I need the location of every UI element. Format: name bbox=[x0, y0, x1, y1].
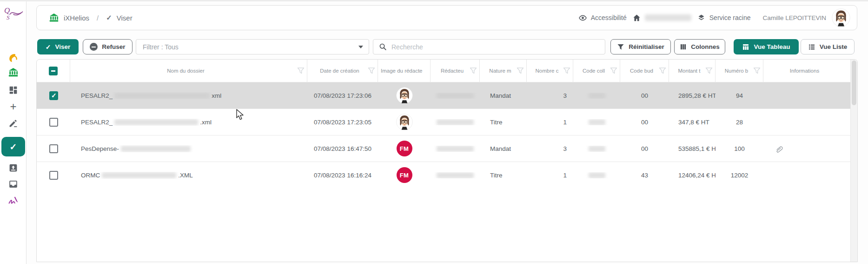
bank-icon bbox=[49, 13, 59, 23]
app-window: Q S + ✓ iXHelios / bbox=[0, 0, 868, 264]
list-view-button[interactable]: Vue Liste bbox=[801, 39, 855, 54]
documents-table: Nom du dossier Date de création Image du… bbox=[36, 59, 858, 262]
col-nom-du-dossier[interactable]: Nom du dossier bbox=[70, 60, 307, 82]
redacted-code-coll bbox=[589, 172, 605, 178]
nature: Titre bbox=[480, 119, 527, 126]
redacted-redacteur bbox=[437, 93, 474, 99]
col-informations[interactable]: Informations bbox=[763, 60, 851, 82]
col-code-coll[interactable]: Code coll bbox=[573, 60, 620, 82]
redacted-collectivity bbox=[645, 14, 691, 21]
code-bud: 00 bbox=[620, 119, 669, 126]
breadcrumb: iXHelios / ✓ Viser bbox=[49, 13, 133, 23]
table-row[interactable]: PesDepense- 07/08/2023 16:47:50 FM Manda… bbox=[37, 135, 851, 162]
filter-funnel-icon[interactable] bbox=[368, 68, 375, 74]
nature: Titre bbox=[480, 172, 527, 179]
montant: 347,8 € HT bbox=[669, 119, 716, 126]
informations bbox=[763, 144, 851, 153]
col-nature[interactable]: Nature m bbox=[480, 60, 527, 82]
accessibility-link[interactable]: Accessibilité bbox=[578, 14, 627, 22]
marianne-icon[interactable] bbox=[0, 51, 27, 65]
check-icon: ✓ bbox=[106, 14, 112, 22]
filter-dropdown[interactable]: Filtrer : Tous bbox=[136, 39, 369, 54]
paperclip-icon[interactable] bbox=[775, 144, 785, 153]
viser-button[interactable]: ✓ Viser bbox=[37, 39, 79, 54]
redacted-text bbox=[102, 172, 176, 178]
dashboard-icon[interactable] bbox=[0, 83, 27, 97]
select-all-checkbox[interactable] bbox=[49, 67, 58, 75]
refuser-button[interactable]: Refuser bbox=[83, 39, 133, 54]
col-numero[interactable]: Numéro b bbox=[716, 60, 763, 82]
col-image-redacteur[interactable]: Image du rédacte bbox=[378, 60, 431, 82]
redacted-redacteur bbox=[437, 119, 474, 125]
minus-circle-icon bbox=[90, 43, 98, 51]
creation-date: 07/08/2023 17:23:05 bbox=[307, 119, 378, 126]
nombre: 3 bbox=[527, 92, 573, 99]
table-row[interactable]: ORMC.XML 07/08/2023 16:16:24 FM Titre 1 … bbox=[37, 162, 851, 188]
add-icon[interactable]: + bbox=[0, 100, 27, 114]
table-row[interactable]: PESALR2_xml 07/08/2023 17:23:06 Mandat 3… bbox=[37, 82, 851, 108]
qs-logo: Q S bbox=[2, 4, 24, 25]
filter-funnel-icon[interactable] bbox=[705, 68, 713, 74]
breadcrumb-current[interactable]: Viser bbox=[117, 14, 133, 22]
table-scrollbar[interactable] bbox=[850, 60, 857, 262]
user-avatar[interactable] bbox=[832, 8, 850, 27]
breadcrumb-app[interactable]: iXHelios bbox=[64, 14, 89, 22]
table-view-button[interactable]: Vue Tableau bbox=[734, 39, 799, 54]
home-link[interactable] bbox=[632, 14, 691, 22]
table-row[interactable]: PESALR2_.xml 07/08/2023 17:23:05 Titre 1… bbox=[37, 108, 851, 135]
search-icon bbox=[379, 43, 387, 51]
filter-value: Filtrer : Tous bbox=[143, 43, 179, 51]
table-header-row: Nom du dossier Date de création Image du… bbox=[37, 60, 851, 82]
redacteur-avatar: FM bbox=[397, 167, 412, 183]
check-icon: ✓ bbox=[46, 43, 51, 51]
filter-funnel-icon[interactable] bbox=[297, 68, 305, 74]
col-date-creation[interactable]: Date de création bbox=[307, 60, 378, 82]
redacteur-avatar: FM bbox=[397, 141, 412, 156]
scrollbar-thumb[interactable] bbox=[852, 61, 856, 105]
redacteur-avatar bbox=[396, 87, 413, 104]
search-input[interactable]: Recherche bbox=[373, 39, 605, 54]
numero: 28 bbox=[716, 119, 763, 126]
signature-icon[interactable] bbox=[0, 193, 27, 207]
col-redacteur[interactable]: Rédacteu bbox=[431, 60, 480, 82]
filter-funnel-icon[interactable] bbox=[563, 68, 570, 74]
code-bud: 00 bbox=[620, 145, 669, 152]
home-icon bbox=[632, 14, 641, 22]
filter-funnel-icon[interactable] bbox=[753, 68, 761, 74]
eye-icon bbox=[578, 14, 587, 22]
breadcrumb-separator: / bbox=[97, 14, 99, 22]
filter-funnel-icon[interactable] bbox=[517, 68, 524, 74]
col-code-bud[interactable]: Code bud bbox=[620, 60, 669, 82]
service-link[interactable]: Service racine bbox=[697, 14, 751, 22]
user-name: Camille LEPOITTEVIN bbox=[762, 14, 826, 21]
deposit-icon[interactable] bbox=[0, 161, 27, 175]
redacted-code-coll bbox=[589, 93, 605, 99]
columns-icon bbox=[680, 43, 687, 50]
filter-funnel-icon[interactable] bbox=[470, 68, 477, 74]
reset-button[interactable]: Réinitialiser bbox=[610, 39, 671, 54]
row-checkbox[interactable] bbox=[49, 91, 58, 100]
columns-button[interactable]: Colonnes bbox=[674, 39, 725, 54]
redacted-redacteur bbox=[437, 172, 474, 178]
service-label: Service racine bbox=[709, 14, 751, 21]
row-checkbox[interactable] bbox=[49, 118, 58, 127]
code-bud: 00 bbox=[620, 92, 669, 99]
redacteur-avatar bbox=[396, 114, 413, 130]
creation-date: 07/08/2023 16:16:24 bbox=[307, 172, 378, 179]
nombre: 1 bbox=[527, 172, 573, 179]
bank-icon[interactable] bbox=[0, 65, 27, 79]
row-checkbox[interactable] bbox=[49, 144, 58, 153]
col-montant[interactable]: Montant t bbox=[669, 60, 716, 82]
redacted-redacteur bbox=[437, 146, 474, 152]
tray-icon[interactable] bbox=[0, 177, 27, 191]
col-nombre[interactable]: Nombre c bbox=[527, 60, 573, 82]
filter-funnel-icon[interactable] bbox=[610, 68, 617, 74]
svg-text:S: S bbox=[7, 14, 10, 21]
row-checkbox[interactable] bbox=[49, 171, 58, 180]
edit-icon[interactable] bbox=[0, 116, 27, 130]
redacted-code-coll bbox=[589, 119, 605, 125]
creation-date: 07/08/2023 17:23:06 bbox=[307, 92, 378, 99]
sidebar-item-viser-active[interactable]: ✓ bbox=[1, 137, 25, 156]
redacted-text bbox=[114, 93, 210, 99]
filter-funnel-icon[interactable] bbox=[659, 68, 666, 74]
